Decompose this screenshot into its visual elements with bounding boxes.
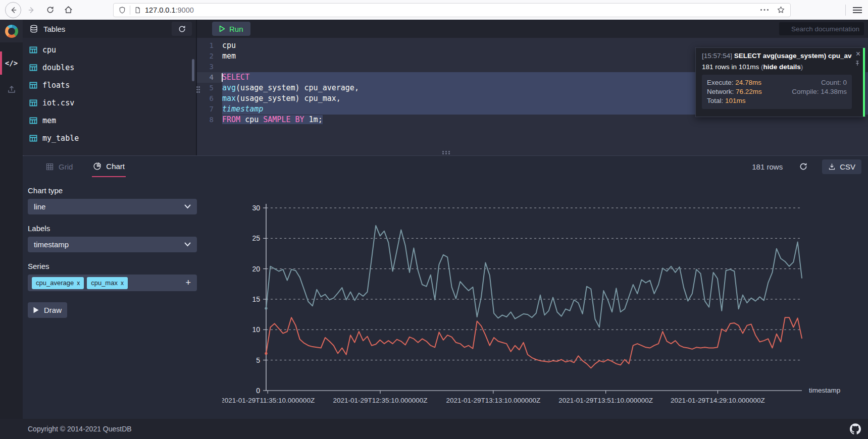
code-token: SELECT [222,73,249,82]
selected-code: FROM cpu SAMPLE BY 1m; [222,115,323,124]
results-actions: 181 rows CSV [752,159,861,174]
tables-scrollbar[interactable] [192,59,194,81]
stat-value-dim: 14.38ms [821,88,847,95]
chevron-down-icon [184,242,191,247]
results-tabs-row: Grid Chart 181 rows CSV [23,156,868,177]
rail-item-console[interactable]: </> [0,51,23,75]
table-row-cpu[interactable]: cpu [23,41,196,59]
questdb-logo[interactable] [0,20,23,42]
table-row-my_table[interactable]: my_table [23,129,196,147]
download-csv-button[interactable]: CSV [822,159,861,174]
series-label: Series [28,262,197,270]
row-count: 181 rows [752,162,783,171]
labels-value: timestamp [34,240,184,249]
x-tick-label: 2021-01-29T13:51:10.000000Z [558,397,653,404]
stat-label: Compile: [792,88,821,95]
browser-home-button[interactable] [61,3,76,18]
table-row-iot.csv[interactable]: iot.csv [23,94,196,112]
y-tick-label: 20 [252,265,260,273]
panel-resize-handle-vertical[interactable] [196,86,200,93]
y-tick-label: 0 [256,387,260,395]
left-rail: </> [0,20,23,419]
table-row-mem[interactable]: mem [23,112,196,129]
footer: Copyright © 2014-2021 QuestDB [0,419,868,439]
y-tick-label: 10 [252,325,260,334]
tables-panel-title: Tables [43,25,65,33]
line-number: 2 [197,51,222,62]
play-icon [33,307,39,313]
table-name: iot.csv [42,98,74,107]
close-icon[interactable]: × [856,50,860,58]
chart-type-select[interactable]: line [28,199,197,214]
stat-label: Execute: [707,79,735,86]
add-series-icon[interactable]: + [185,278,193,288]
x-axis-title: timestamp [809,387,840,394]
series-chip-label: cpu_max [91,279,118,287]
stat-row: Execute: 24.78ms [707,78,783,87]
code-token: timestamp [222,104,263,114]
tab-grid[interactable]: Grid [45,156,73,177]
notification-title: [15:57:54] SELECT avg(usage_system) cpu_… [702,52,852,60]
code-token: (usage_system) cpu_average, [236,83,359,92]
table-icon [29,117,37,124]
menu-icon[interactable] [853,7,862,13]
y-tick-label: 15 [252,295,260,303]
page-actions-icon[interactable] [760,9,770,11]
url-bar[interactable]: 127.0.0.1:9000 [113,3,791,17]
code-token: (usage_system) cpu_max, [236,94,341,103]
remove-chip-icon[interactable]: x [77,280,80,287]
refresh-icon [178,25,186,33]
series-chip-cpu_max[interactable]: cpu_maxx [87,277,128,289]
download-icon [828,163,836,171]
remove-chip-icon[interactable]: x [121,280,124,287]
line-number: 3 [197,62,222,72]
table-icon [29,135,37,142]
table-row-doubles[interactable]: doubles [23,59,196,76]
run-button[interactable]: Run [212,22,250,36]
chart-type-label: Chart type [28,186,197,195]
draw-button[interactable]: Draw [28,302,67,318]
text-cursor [222,73,223,82]
tables-list: cpudoublesfloatsiot.csvmemmy_table [23,38,196,147]
browser-reload-button[interactable] [42,3,58,18]
series-start-marker-cpu_average [265,352,267,355]
stat-value-dim: 0 [843,79,847,86]
hide-details-link[interactable]: hide details [763,63,801,71]
tables-refresh-button[interactable] [172,22,192,36]
notification-body: [15:57:54] SELECT avg(usage_system) cpu_… [696,48,865,113]
stat-label: Count: [821,79,843,86]
github-link[interactable] [850,423,861,434]
panel-resize-handle-horizontal[interactable] [442,151,450,154]
shield-icon [119,6,126,14]
notification-query: SELECT avg(usage_system) cpu_aver... [732,52,852,60]
play-icon [219,25,225,32]
run-button-label: Run [229,25,243,33]
series-line-cpu_max [266,226,802,327]
stat-value: 24.78ms [735,79,761,86]
results-refresh-button[interactable] [799,162,808,171]
table-row-floats[interactable]: floats [23,76,196,94]
rail-item-import[interactable] [0,78,23,101]
table-icon [29,64,37,71]
bookmark-star-icon[interactable] [777,6,785,14]
series-input[interactable]: cpu_averagexcpu_maxx + [28,275,197,291]
browser-forward-button[interactable] [24,3,39,18]
browser-back-button[interactable] [5,2,21,18]
series-chip-label: cpu_average [36,279,74,287]
series-start-marker-cpu_max [265,307,267,310]
stat-row: Compile: 14.38ms [783,87,847,96]
editor-toolbar: Run [197,20,868,38]
browser-toolbar-end [838,5,862,16]
pin-icon[interactable] [854,60,860,67]
query-stats-right: Count: 0Compile: 14.38ms [783,78,847,105]
labels-select[interactable]: timestamp [28,237,197,252]
x-tick-label: 2021-01-29T14:29:10.000000Z [671,397,765,404]
series-chip-cpu_average[interactable]: cpu_averagex [32,277,84,289]
search-documentation-input[interactable] [779,22,864,35]
notification-details: Execute: 24.78msNetwork: 76.22msTotal: 1… [702,75,852,109]
tab-chart[interactable]: Chart [92,156,126,177]
notification-success-bar [863,48,865,117]
y-tick-label: 25 [252,234,260,242]
table-icon [29,99,37,106]
line-number: 1 [197,40,222,51]
